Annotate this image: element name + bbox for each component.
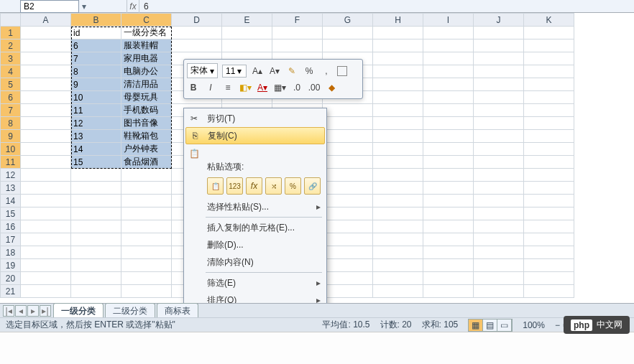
tab-last-icon[interactable]: ▸| <box>40 305 51 317</box>
row-header[interactable]: 6 <box>1 91 21 104</box>
cell[interactable]: 鞋靴箱包 <box>121 130 172 143</box>
cell[interactable] <box>474 78 524 91</box>
cell[interactable] <box>524 259 574 272</box>
row-header[interactable]: 2 <box>1 39 21 52</box>
row-header[interactable]: 19 <box>1 259 21 272</box>
borders-icon[interactable] <box>337 66 347 76</box>
cell[interactable] <box>272 27 323 39</box>
shrink-font-icon[interactable]: A▾ <box>268 65 281 78</box>
column-header[interactable]: C <box>121 14 172 27</box>
cell[interactable] <box>21 78 71 91</box>
menu-cut[interactable]: ✂剪切(T) <box>185 110 325 127</box>
row-header[interactable]: 18 <box>1 246 21 259</box>
cell[interactable]: 食品烟酒 <box>121 156 172 169</box>
cell[interactable] <box>524 285 574 298</box>
cell[interactable] <box>323 207 373 220</box>
cell[interactable] <box>524 65 574 78</box>
cell[interactable] <box>524 117 574 130</box>
cell[interactable] <box>121 169 172 182</box>
view-page-break-icon[interactable]: ▭ <box>497 319 512 331</box>
font-color-icon[interactable]: A▾ <box>256 81 269 94</box>
column-header[interactable]: G <box>323 14 373 27</box>
cell[interactable] <box>121 259 172 272</box>
fill-color-icon[interactable]: ◧▾ <box>239 81 252 94</box>
cell[interactable] <box>121 272 172 285</box>
tab-next-icon[interactable]: ▸ <box>27 305 39 317</box>
cell[interactable] <box>423 117 474 130</box>
cell[interactable] <box>21 285 71 298</box>
cell[interactable] <box>272 39 323 52</box>
cell[interactable] <box>21 52 71 65</box>
cell[interactable] <box>474 39 524 52</box>
paste-link-button[interactable]: 🔗 <box>304 177 321 195</box>
column-header[interactable]: B <box>71 14 121 27</box>
column-header[interactable]: E <box>222 14 272 27</box>
menu-filter[interactable]: 筛选(E)▸ <box>185 274 325 291</box>
cell[interactable]: 母婴玩具 <box>121 91 172 104</box>
cell[interactable] <box>474 207 524 220</box>
cell[interactable] <box>423 285 474 298</box>
cell[interactable] <box>423 272 474 285</box>
cell[interactable] <box>524 169 574 182</box>
row-header[interactable]: 10 <box>1 143 21 156</box>
cell[interactable] <box>21 117 71 130</box>
cell[interactable] <box>524 104 574 117</box>
cell[interactable] <box>373 285 423 298</box>
cell[interactable] <box>423 78 474 91</box>
cell[interactable] <box>21 91 71 104</box>
cell[interactable]: 户外钟表 <box>121 143 172 156</box>
cell[interactable] <box>121 285 172 298</box>
cell[interactable]: 6 <box>71 39 121 52</box>
italic-button[interactable]: I <box>204 81 217 94</box>
zoom-out-icon[interactable]: − <box>555 320 560 330</box>
cell[interactable] <box>373 182 423 195</box>
cell[interactable]: 13 <box>71 130 121 143</box>
cell[interactable] <box>21 104 71 117</box>
cell[interactable] <box>71 220 121 233</box>
fx-icon[interactable]: fx <box>127 0 139 13</box>
row-header[interactable]: 9 <box>1 130 21 143</box>
row-header[interactable]: 7 <box>1 104 21 117</box>
cell[interactable] <box>21 143 71 156</box>
name-box[interactable]: B2 <box>20 0 79 13</box>
cell[interactable] <box>474 143 524 156</box>
cell[interactable] <box>323 272 373 285</box>
cell[interactable] <box>323 285 373 298</box>
cell[interactable] <box>373 233 423 246</box>
cell[interactable] <box>474 27 524 39</box>
cell[interactable] <box>474 272 524 285</box>
cell[interactable] <box>323 130 373 143</box>
cell[interactable] <box>121 246 172 259</box>
increase-decimal-icon[interactable]: .00 <box>308 81 321 94</box>
cell[interactable]: 家用电器 <box>121 52 172 65</box>
cell[interactable] <box>423 156 474 169</box>
percent-icon[interactable]: % <box>303 65 316 78</box>
menu-copy[interactable]: ⎘复制(C) <box>185 127 325 144</box>
cell[interactable] <box>474 65 524 78</box>
name-box-dropdown-icon[interactable]: ▾ <box>79 0 89 13</box>
cell[interactable] <box>373 104 423 117</box>
menu-clear[interactable]: 清除内容(N) <box>185 253 325 271</box>
zoom-level[interactable]: 100% <box>523 320 545 330</box>
cell[interactable] <box>474 220 524 233</box>
cell[interactable] <box>21 220 71 233</box>
cell[interactable] <box>121 207 172 220</box>
sheet-tab-active[interactable]: 一级分类 <box>53 303 104 319</box>
cell[interactable] <box>423 246 474 259</box>
cell[interactable] <box>172 39 222 52</box>
cell[interactable] <box>373 27 423 39</box>
row-header[interactable]: 16 <box>1 220 21 233</box>
cell[interactable] <box>524 91 574 104</box>
cell[interactable] <box>474 52 524 65</box>
cell[interactable] <box>373 272 423 285</box>
font-family-select[interactable]: 宋体▾ <box>187 63 218 78</box>
cell[interactable]: 清洁用品 <box>121 78 172 91</box>
cell[interactable] <box>373 246 423 259</box>
cell[interactable] <box>423 207 474 220</box>
row-header[interactable]: 12 <box>1 169 21 182</box>
column-header[interactable]: D <box>172 14 222 27</box>
paste-all-button[interactable]: 📋 <box>207 177 224 195</box>
align-center-icon[interactable]: ≡ <box>221 81 234 94</box>
cell[interactable] <box>474 285 524 298</box>
cell[interactable] <box>121 182 172 195</box>
